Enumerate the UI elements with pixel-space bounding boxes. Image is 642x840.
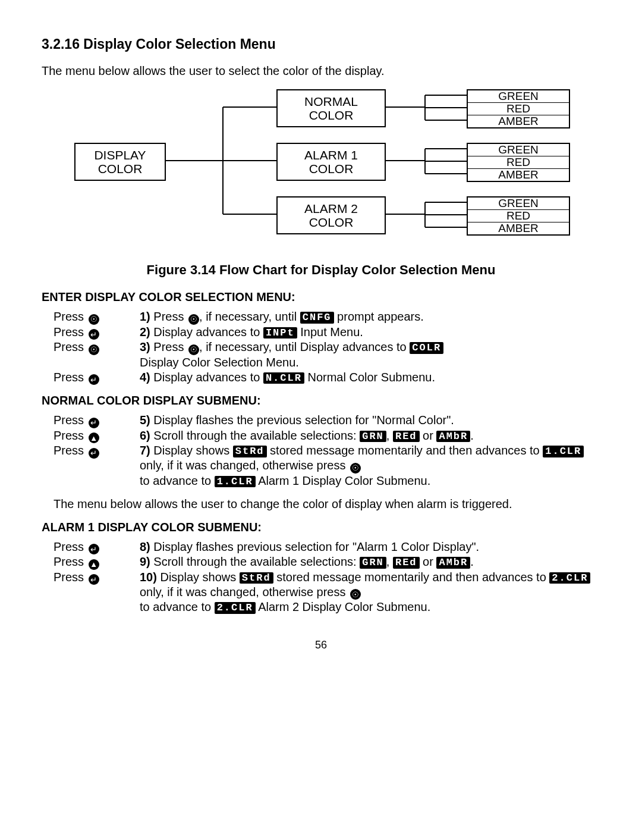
alarm-note: The menu below allows the user to change…: [54, 497, 600, 512]
step-row: Press ↵ 4) Display advances to N.CLR Nor…: [54, 370, 600, 385]
leaf-group-1: GREEN RED AMBER: [467, 89, 570, 128]
step-text: 10) Display shows StRd stored message mo…: [140, 570, 600, 600]
seg-display: N.CLR: [263, 372, 304, 384]
seg-display: GRN: [360, 557, 386, 569]
menu-icon: ☉: [89, 314, 99, 325]
seg-display: AMbR: [436, 431, 470, 443]
menu-icon: ☉: [350, 589, 361, 600]
step-text: 7) Display shows StRd stored message mom…: [140, 443, 600, 474]
step-row-cont: to advance to 2.CLR Alarm 2 Display Colo…: [54, 600, 600, 615]
step-row: Press ↵ 7) Display shows StRd stored mes…: [54, 443, 600, 474]
step-text: 5) Display flashes the previous selectio…: [140, 413, 600, 428]
leaf-amber: AMBER: [468, 169, 569, 181]
step-text: 2) Display advances to INPt Input Menu.: [140, 325, 600, 340]
leaf-green: GREEN: [468, 90, 569, 103]
steps-alarm1: Press ↵ 8) Display flashes previous sele…: [54, 540, 600, 615]
flow-chart: DISPLAY COLOR NORMAL COLOR ALARM 1 COLOR…: [74, 89, 568, 256]
intro-text: The menu below allows the user to select…: [42, 64, 600, 79]
step-row: Press ↵ 2) Display advances to INPt Inpu…: [54, 325, 600, 340]
press-label: Press ↵: [54, 413, 140, 428]
seg-display: StRd: [240, 572, 273, 584]
step-text: Display Color Selection Menu.: [140, 355, 600, 370]
menu-icon: ☉: [350, 463, 361, 474]
steps-enter-menu: Press ☉ 1) Press ☉, if necessary, until …: [54, 309, 600, 385]
figure-caption: Figure 3.14 Flow Chart for Display Color…: [42, 262, 600, 278]
seg-display: 2.CLR: [215, 602, 256, 614]
leaf-group-2: GREEN RED AMBER: [467, 143, 570, 182]
subhead-normal-color: NORMAL COLOR DISPLAY SUBMENU:: [42, 393, 600, 408]
seg-display: COLR: [410, 342, 443, 354]
press-label: Press ↵: [54, 370, 140, 385]
leaf-red: RED: [468, 210, 569, 222]
enter-icon: ↵: [89, 329, 99, 340]
up-icon: ▲: [89, 432, 99, 443]
node-normal-color: NORMAL COLOR: [276, 89, 386, 127]
press-label: Press ▲: [54, 554, 140, 570]
section-title-text: Display Color Selection Menu: [83, 36, 275, 52]
step-row: Press ▲ 6) Scroll through the available …: [54, 428, 600, 444]
press-label: Press ☉: [54, 340, 140, 355]
step-row: Press ↵ 5) Display flashes the previous …: [54, 413, 600, 428]
step-text: 4) Display advances to N.CLR Normal Colo…: [140, 370, 600, 385]
seg-display: REd: [393, 557, 420, 569]
leaf-red: RED: [468, 103, 569, 115]
node-display-color: DISPLAY COLOR: [74, 143, 166, 181]
step-text: to advance to 2.CLR Alarm 2 Display Colo…: [140, 600, 600, 615]
step-row: Press ↵ 8) Display flashes previous sele…: [54, 540, 600, 555]
steps-normal-color: Press ↵ 5) Display flashes the previous …: [54, 413, 600, 488]
enter-icon: ↵: [89, 418, 99, 428]
press-label: Press ↵: [54, 540, 140, 555]
seg-display: 2.CLR: [549, 572, 590, 584]
leaf-green: GREEN: [468, 198, 569, 210]
press-label: Press ↵: [54, 325, 140, 340]
leaf-green: GREEN: [468, 144, 569, 156]
leaf-amber: AMBER: [468, 222, 569, 234]
up-icon: ▲: [89, 559, 99, 570]
step-text: 9) Scroll through the available selectio…: [140, 554, 600, 569]
step-row: Press ☉ 1) Press ☉, if necessary, until …: [54, 309, 600, 325]
node-alarm1-color: ALARM 1 COLOR: [276, 143, 386, 181]
press-label: Press ▲: [54, 428, 140, 444]
seg-display: REd: [393, 431, 420, 443]
subhead-alarm1: ALARM 1 DISPLAY COLOR SUBMENU:: [42, 520, 600, 535]
press-label: Press ↵: [54, 443, 140, 459]
node-alarm2-color: ALARM 2 COLOR: [276, 196, 386, 234]
step-text: 6) Scroll through the available selectio…: [140, 428, 600, 443]
menu-icon: ☉: [188, 344, 199, 355]
leaf-amber: AMBER: [468, 115, 569, 127]
leaf-red: RED: [468, 156, 569, 169]
enter-icon: ↵: [89, 448, 99, 459]
section-number: 3.2.16: [42, 36, 80, 52]
step-row: Press ▲ 9) Scroll through the available …: [54, 554, 600, 570]
step-text: to advance to 1.CLR Alarm 1 Display Colo…: [140, 474, 600, 488]
press-label: Press ☉: [54, 309, 140, 325]
seg-display: INPt: [263, 327, 297, 339]
menu-icon: ☉: [188, 314, 199, 325]
step-text: 8) Display flashes previous selection fo…: [140, 540, 600, 554]
enter-icon: ↵: [89, 574, 99, 585]
step-row-cont: to advance to 1.CLR Alarm 1 Display Colo…: [54, 474, 600, 488]
section-title: 3.2.16 Display Color Selection Menu: [42, 36, 600, 53]
seg-display: AMbR: [436, 557, 470, 569]
step-row: Press ☉ 3) Press ☉, if necessary, until …: [54, 340, 600, 355]
step-text: 3) Press ☉, if necessary, until Display …: [140, 340, 600, 355]
enter-icon: ↵: [89, 544, 99, 554]
seg-display: CNFG: [300, 312, 334, 324]
seg-display: 1.CLR: [215, 476, 256, 488]
seg-display: 1.CLR: [543, 446, 584, 457]
step-row-cont: Display Color Selection Menu.: [54, 355, 600, 370]
step-row: Press ↵ 10) Display shows StRd stored me…: [54, 570, 600, 600]
seg-display: StRd: [233, 446, 267, 457]
seg-display: GRN: [360, 431, 386, 443]
menu-icon: ☉: [89, 344, 99, 355]
press-label: Press ↵: [54, 570, 140, 585]
enter-icon: ↵: [89, 374, 99, 385]
leaf-group-3: GREEN RED AMBER: [467, 196, 570, 236]
subhead-enter-menu: ENTER DISPLAY COLOR SELECTION MENU:: [42, 290, 600, 305]
step-text: 1) Press ☉, if necessary, until CNFG pro…: [140, 309, 600, 325]
page-number: 56: [42, 638, 600, 652]
